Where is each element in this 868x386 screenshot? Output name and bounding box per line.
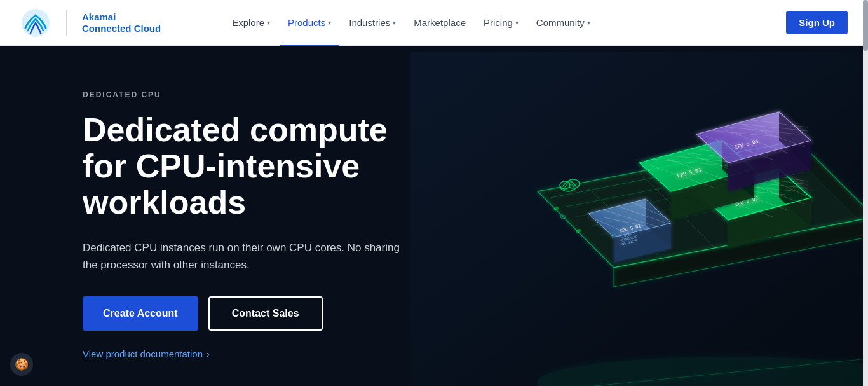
view-docs-label: View product documentation xyxy=(83,348,203,359)
logo-area[interactable]: Akamai Connected Cloud xyxy=(20,8,161,38)
signup-button[interactable]: Sign Up xyxy=(786,11,848,34)
create-account-button[interactable]: Create Account xyxy=(83,296,198,331)
hero-section: CPU S_01 LINEAR RENDERING INSTANCES xyxy=(0,46,868,386)
chevron-down-icon: ▾ xyxy=(515,19,519,26)
chevron-right-icon: › xyxy=(207,348,210,359)
nav-item-community[interactable]: Community ▾ xyxy=(529,12,598,33)
scrollbar[interactable] xyxy=(863,0,868,386)
hero-label: DEDICATED CPU xyxy=(83,90,419,99)
view-docs-link[interactable]: View product documentation › xyxy=(83,348,419,359)
chevron-down-icon: ▾ xyxy=(328,19,331,26)
nav-links: Explore ▾ Products ▾ Industries ▾ Market… xyxy=(224,12,786,33)
hero-content: DEDICATED CPU Dedicated compute for CPU-… xyxy=(0,46,419,386)
cookie-notice[interactable]: 🍪 xyxy=(10,353,33,376)
nav-item-explore[interactable]: Explore ▾ xyxy=(224,12,278,33)
logo-text: Akamai Connected Cloud xyxy=(82,11,161,34)
chevron-down-icon: ▾ xyxy=(393,19,396,26)
nav-item-marketplace[interactable]: Marketplace xyxy=(406,12,473,33)
scrollbar-thumb[interactable] xyxy=(863,0,868,51)
akamai-logo-icon xyxy=(20,8,51,38)
nav-item-industries[interactable]: Industries ▾ xyxy=(341,12,403,33)
cpu-chip-illustration: CPU S_01 LINEAR RENDERING INSTANCES xyxy=(410,46,868,386)
chevron-down-icon: ▾ xyxy=(587,19,590,26)
chevron-down-icon: ▾ xyxy=(267,19,270,26)
contact-sales-button[interactable]: Contact Sales xyxy=(208,296,323,331)
cookie-icon: 🍪 xyxy=(15,357,29,371)
navbar: Akamai Connected Cloud Explore ▾ Product… xyxy=(0,0,868,46)
hero-title: Dedicated compute for CPU-intensive work… xyxy=(83,112,419,221)
hero-buttons: Create Account Contact Sales xyxy=(83,296,419,331)
hero-visual: CPU S_01 LINEAR RENDERING INSTANCES xyxy=(410,46,868,386)
hero-description: Dedicated CPU instances run on their own… xyxy=(83,239,413,273)
nav-item-products[interactable]: Products ▾ xyxy=(280,12,339,33)
nav-item-pricing[interactable]: Pricing ▾ xyxy=(476,12,526,33)
logo-divider xyxy=(66,10,67,36)
